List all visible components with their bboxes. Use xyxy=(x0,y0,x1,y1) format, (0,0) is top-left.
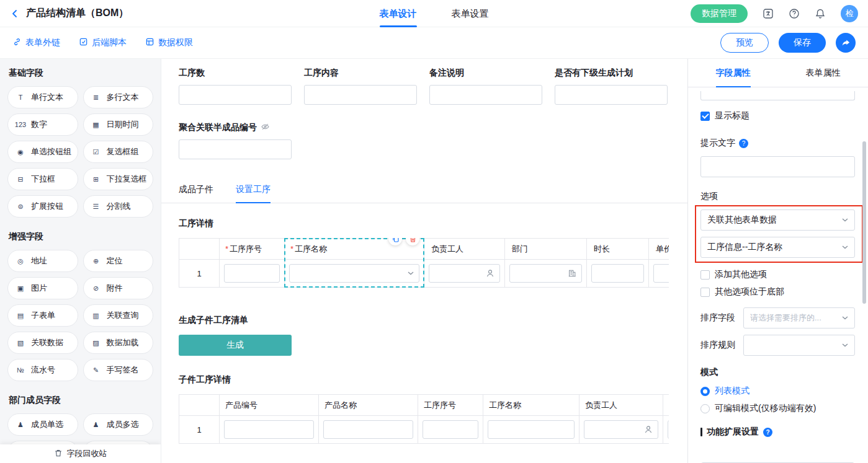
tab-field-properties[interactable]: 字段属性 xyxy=(716,59,751,87)
tab-form-settings[interactable]: 表单设置 xyxy=(452,0,489,27)
multi-select-icon: ⊞ xyxy=(90,175,102,183)
tab-product-subparts[interactable]: 成品子件 xyxy=(179,184,213,195)
field-item-attachment[interactable]: ⊘附件 xyxy=(83,277,154,299)
data-manage-button[interactable]: 数据管理 xyxy=(691,4,748,23)
field-item-extend-button[interactable]: ⊜扩展按钮 xyxy=(7,195,78,218)
form-field-process-count[interactable]: 工序数 xyxy=(179,68,292,105)
extend-button-icon: ⊜ xyxy=(14,203,27,211)
field-item-member-single[interactable]: ♟成员单选 xyxy=(7,413,78,436)
other-option-bottom-checkbox[interactable] xyxy=(700,288,710,297)
form-field-remark[interactable]: 备注说明 xyxy=(429,68,542,105)
field-item-serial-number[interactable]: №流水号 xyxy=(7,359,78,381)
delete-column-icon[interactable] xyxy=(406,238,419,245)
preview-button[interactable]: 预览 xyxy=(720,33,769,53)
price-input[interactable] xyxy=(659,268,669,278)
show-title-checkbox[interactable] xyxy=(700,112,710,121)
field-item-checkbox-group[interactable]: ☑复选框组 xyxy=(83,141,154,163)
form-external-link[interactable]: 表单外链 xyxy=(12,37,60,48)
field-item-address[interactable]: ◎地址 xyxy=(7,250,78,272)
copy-column-icon[interactable] xyxy=(388,238,402,245)
user-avatar[interactable]: 检 xyxy=(841,5,858,22)
sub-process-seq-input[interactable] xyxy=(428,425,473,434)
form-field-process-content[interactable]: 工序内容 xyxy=(304,68,417,105)
product-name-input[interactable] xyxy=(329,425,408,434)
tab-process-setup[interactable]: 设置工序 xyxy=(236,184,271,195)
col-header-duration: 时长 xyxy=(587,239,649,260)
person-icon xyxy=(486,269,494,278)
field-item-single-line-text[interactable]: T单行文本 xyxy=(7,86,78,108)
field-item-signature[interactable]: ✎手写签名 xyxy=(83,359,154,381)
field-item-divider[interactable]: ☰分割线 xyxy=(83,195,154,218)
data-permission-link[interactable]: 数据权限 xyxy=(145,37,193,48)
tab-form-design[interactable]: 表单设计 xyxy=(380,0,417,27)
sub-process-table: 产品编号 产品名称 工序序号 工序名称 负责工人 1 xyxy=(179,394,669,444)
editable-mode-radio[interactable] xyxy=(700,404,710,413)
datetime-icon: ▦ xyxy=(90,121,102,129)
field-item-image[interactable]: ▣图片 xyxy=(7,277,78,299)
backend-script-link[interactable]: 后端脚本 xyxy=(79,37,127,48)
question-icon[interactable] xyxy=(763,428,772,437)
field-item-location[interactable]: ⊕定位 xyxy=(83,250,154,272)
process-name-select[interactable] xyxy=(289,264,419,283)
field-library-sidebar: 基础字段 T单行文本 ≣多行文本 123数字 ▦日期时间 ◉单选按钮组 ☑复选框… xyxy=(0,59,161,463)
col-header-worker: 负责工人 xyxy=(579,395,663,416)
sort-rule-label: 排序规则 xyxy=(700,340,735,351)
product-code-input[interactable] xyxy=(230,425,308,434)
field-item-select[interactable]: ⊟下拉框 xyxy=(7,168,78,190)
question-icon[interactable] xyxy=(739,139,748,148)
hint-text-input[interactable] xyxy=(700,156,855,177)
form-field-has-sub-plan[interactable]: 是否有下级生成计划 xyxy=(555,68,687,105)
field-item-multi-select[interactable]: ⊞下拉复选框 xyxy=(83,168,154,190)
worker-input[interactable] xyxy=(434,268,486,278)
department-input[interactable] xyxy=(515,268,568,278)
share-icon[interactable] xyxy=(836,33,856,53)
process-content-input[interactable] xyxy=(304,85,417,105)
process-seq-input[interactable] xyxy=(230,268,274,278)
tab-form-properties[interactable]: 表单属性 xyxy=(806,59,841,87)
panel-scrollbar-thumb[interactable] xyxy=(862,141,866,304)
field-item-number[interactable]: 123数字 xyxy=(7,113,78,136)
col-header-process-name: 工序名称 xyxy=(483,395,579,416)
field-item-datetime[interactable]: ▦日期时间 xyxy=(83,113,154,136)
save-button[interactable]: 保存 xyxy=(779,33,826,53)
notification-bell-icon[interactable] xyxy=(815,8,826,19)
field-item-subform[interactable]: ▤子表单 xyxy=(7,304,78,327)
address-icon: ◎ xyxy=(14,257,27,265)
subform-icon: ▤ xyxy=(14,312,27,320)
location-icon: ⊕ xyxy=(90,257,102,265)
remark-input[interactable] xyxy=(429,85,542,105)
has-sub-plan-input[interactable] xyxy=(555,85,668,105)
option-field-select[interactable]: 工序信息--工序名称 xyxy=(700,237,855,258)
field-item-data-load[interactable]: ▨数据加载 xyxy=(83,332,154,354)
col-header-department: 部门 xyxy=(505,239,587,260)
agg-code-input[interactable] xyxy=(179,139,292,159)
col-header-product-name: 产品名称 xyxy=(319,395,418,416)
field-item-linked-query[interactable]: ▥关联查询 xyxy=(83,304,154,327)
option-source-select[interactable]: 关联其他表单数据 xyxy=(700,209,855,231)
field-recycle-bin[interactable]: 字段回收站 xyxy=(0,444,161,463)
duration-input[interactable] xyxy=(597,268,638,278)
field-item-multi-line-text[interactable]: ≣多行文本 xyxy=(83,86,154,108)
list-mode-radio[interactable] xyxy=(700,387,710,396)
process-count-input[interactable] xyxy=(179,85,292,105)
back-button[interactable] xyxy=(10,9,20,19)
field-title-input-clipped[interactable] xyxy=(700,91,855,100)
form-field-agg-code[interactable]: 聚合关联半成品编号 xyxy=(179,122,687,159)
hint-label: 提示文字 xyxy=(700,138,855,149)
sub-worker-input[interactable] xyxy=(589,425,644,434)
help-icon[interactable] xyxy=(789,8,800,19)
col-header-product-code: 产品编号 xyxy=(220,395,319,416)
language-icon[interactable] xyxy=(763,8,774,19)
chevron-down-icon xyxy=(842,343,848,347)
sub-process-name-input[interactable] xyxy=(493,425,569,434)
field-item-member-multi[interactable]: ♟成员多选 xyxy=(83,413,154,436)
field-item-radio-group[interactable]: ◉单选按钮组 xyxy=(7,141,78,163)
sort-rule-select[interactable] xyxy=(743,335,855,356)
sort-field-select[interactable]: 请选择需要排序的... xyxy=(743,307,855,329)
number-icon: 123 xyxy=(14,121,27,128)
field-item-linked-data[interactable]: ▧关联数据 xyxy=(7,332,78,354)
generate-button[interactable]: 生成 xyxy=(179,335,292,356)
multi-line-text-icon: ≣ xyxy=(90,94,102,102)
add-other-option-checkbox[interactable] xyxy=(700,270,710,280)
main-area: 基础字段 T单行文本 ≣多行文本 123数字 ▦日期时间 ◉单选按钮组 ☑复选框… xyxy=(0,59,868,463)
